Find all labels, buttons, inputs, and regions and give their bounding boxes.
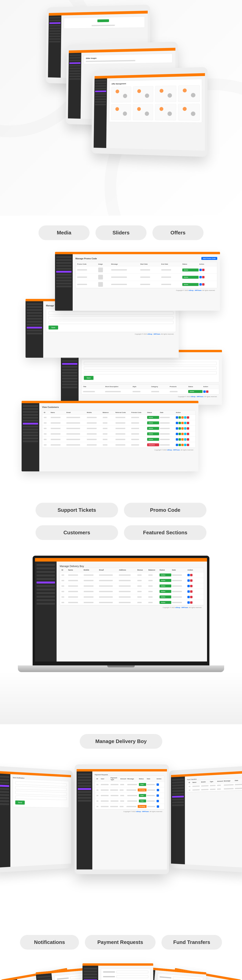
label-pill: Support Tickets [35,503,118,517]
panel-title: Manage Promo Code [75,257,97,260]
label-pill: Sliders [95,225,147,240]
tablet-payment-requests: Payment Requests IDUserPayment TypeAmoun… [75,764,169,874]
label-pill: Fund Transfers [162,935,222,950]
ticket-title-input[interactable] [48,312,173,315]
label-pill: Notifications [20,935,79,950]
send-button[interactable]: Send [15,800,25,805]
section-media-sliders-offers: Slider Images Offer Management [0,0,242,216]
pill-row-1: Media Sliders Offers [0,216,242,248]
label-pill: Featured Sections [124,525,207,540]
admin-sidebar [48,16,61,78]
offer-image[interactable] [111,104,131,120]
panel-title: View Customers [42,406,59,408]
label-pill: Payment Requests [85,935,155,950]
section-notifications-payments-funds: Send Notification Send Payment Requests … [0,757,242,925]
offer-image[interactable] [178,85,200,102]
offer-image[interactable] [111,86,131,102]
save-button[interactable]: Save [48,326,58,329]
tablet-mockup-offers: Offer Management [91,67,207,157]
section-system-settings: Tag OnOff Save [0,958,242,980]
panel-title: Offer Management [112,81,200,85]
save-button[interactable]: Save [84,376,93,380]
offer-image[interactable] [155,104,176,120]
tablet-fund-transfers: Fund Transfers IDNameMobileTypeAmountMes… [169,766,242,873]
panel-promo-code: Manage Promo Code Add Promo Code Promo C… [55,252,220,311]
panel-featured-sections: Manage Featured Section (Show Products H… [61,350,222,405]
label-pill: Customers [35,525,118,540]
label-pill: Media [38,225,90,240]
tablet-notifications: Send Notification Send [0,766,73,873]
offer-image[interactable] [155,86,176,102]
panel-customers: View Customers ID Name Email Mobile Bala… [22,401,199,471]
section-laptop: Manage Delivery Boy ID Name Mobile Email… [0,548,242,724]
pill-row-2: Support Tickets Promo Code [0,493,242,525]
panel-title: Manage Delivery Boy [60,565,84,568]
label-pill: Manage Delivery Boy [80,734,162,749]
pill-row-3: Customers Featured Sections [0,525,242,548]
pill-row-4: Notifications Payment Requests Fund Tran… [0,925,242,958]
pill-row-laptop: Manage Delivery Boy [0,724,242,757]
offer-image[interactable] [133,104,153,120]
laptop-base [18,665,224,672]
offer-image[interactable] [178,104,200,121]
panel-title: Slider Images [86,56,170,59]
label-pill: Offers [152,225,204,240]
laptop-mockup: Manage Delivery Boy ID Name Mobile Email… [18,556,224,672]
offer-image[interactable] [133,86,153,102]
label-pill: Promo Code [124,503,207,517]
ticket-title-input[interactable] [48,316,173,319]
section-admin-panels: Manage Promo Code Add Promo Code Promo C… [0,248,242,493]
upload-button[interactable] [98,19,109,22]
settings-panel-main: OnOff Save [82,963,153,980]
ticket-title-input[interactable] [48,321,173,324]
add-promo-button[interactable]: Add Promo Code [201,257,217,260]
